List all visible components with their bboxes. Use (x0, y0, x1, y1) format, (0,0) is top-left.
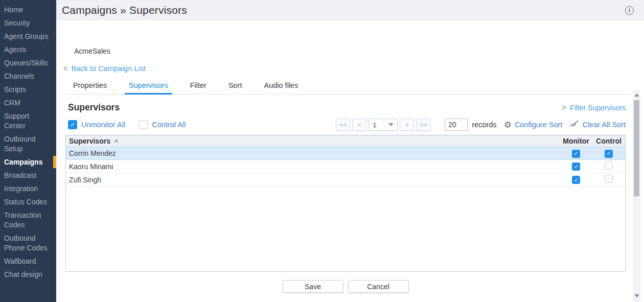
table-empty-area (66, 187, 625, 271)
sidebar-item-security[interactable]: Security (0, 16, 56, 30)
clear-all-sort-button[interactable]: Clear All Sort (563, 120, 626, 130)
scrollbar-thumb[interactable] (634, 100, 639, 196)
unmonitor-all-checkbox[interactable] (68, 120, 77, 129)
pagination-prev-button[interactable]: < (352, 119, 366, 131)
app-window: Home Security Agent Groups Agents Queues… (0, 0, 644, 302)
records-label: records (472, 121, 496, 129)
configure-sort-button[interactable]: ⚙ Configure Sort (504, 121, 563, 129)
pagination-next-button[interactable]: > (400, 119, 414, 131)
supervisor-name: Corrin Mendez (66, 149, 560, 157)
monitor-checkbox[interactable] (572, 150, 580, 158)
chevron-down-icon (388, 123, 394, 126)
form-actions: Save Cancel (65, 280, 626, 293)
column-header-supervisors-label: Supervisors (69, 137, 110, 145)
control-checkbox[interactable] (605, 175, 613, 183)
page-title: Campaigns » Supervisors (62, 4, 187, 16)
table-header-row: Supervisors ^ Monitor Control (66, 135, 625, 147)
sidebar-item-chat-design[interactable]: Chat design (0, 268, 56, 281)
column-header-control: Control (592, 137, 625, 145)
unmonitor-all-label[interactable]: Unmonitor All (81, 121, 125, 129)
back-link-label[interactable]: Back to Campaign List (72, 64, 146, 73)
chevron-left-icon: < (63, 63, 68, 74)
sidebar-item-scripts[interactable]: Scripts (0, 83, 56, 96)
supervisor-name: Kaoru Minami (66, 162, 560, 171)
table-row[interactable]: Kaoru Minami (66, 160, 625, 173)
page-select-value: 1 (373, 121, 388, 129)
pagination-last-button[interactable]: >> (416, 119, 430, 131)
tab-supervisors[interactable]: Supervisors (125, 79, 172, 95)
filter-supervisors[interactable]: > Filter Supervisors (562, 104, 626, 112)
page-header: Campaigns » Supervisors i (56, 0, 644, 20)
tab-properties[interactable]: Properties (69, 79, 111, 95)
supervisor-name: Zufi Singh (66, 176, 560, 184)
sidebar-item-outbound-phone-codes[interactable]: Outbound Phone Codes (0, 231, 56, 254)
tab-strip: Properties Supervisors Filter Sort Audio… (65, 79, 632, 95)
page-select[interactable]: 1 (369, 119, 398, 131)
pagination-first-button[interactable]: << (336, 119, 350, 131)
gear-icon: ⚙ (504, 121, 512, 129)
campaign-name: AcmeSales (74, 47, 644, 55)
info-icon[interactable]: i (625, 6, 634, 15)
tab-audio-files[interactable]: Audio files (260, 79, 302, 95)
broom-icon (569, 120, 579, 130)
monitor-checkbox[interactable] (572, 162, 580, 171)
section-title: Supervisors (68, 102, 120, 113)
records-count-input[interactable] (445, 119, 468, 131)
sidebar-item-support-center[interactable]: Support Center (0, 109, 56, 132)
control-all-label[interactable]: Control All (152, 121, 186, 129)
table-row[interactable]: Zufi Singh (66, 173, 625, 187)
sidebar-item-status-codes[interactable]: Status Codes (0, 195, 56, 208)
column-header-monitor: Monitor (560, 137, 592, 145)
sidebar-item-outbound-setup[interactable]: Outbound Setup (0, 132, 56, 155)
sidebar-item-transaction-codes[interactable]: Transaction Codes (0, 208, 56, 231)
back-to-campaign-list[interactable]: < Back to Campaign List (63, 64, 644, 73)
sidebar: Home Security Agent Groups Agents Queues… (0, 0, 56, 302)
scroll-down-icon[interactable] (634, 294, 639, 297)
filter-supervisors-label[interactable]: Filter Supervisors (570, 104, 626, 112)
scroll-up-icon[interactable] (634, 94, 639, 97)
pagination-and-sort-tools: << < 1 > >> records ⚙ Configure Sort (336, 119, 626, 131)
table-row[interactable]: Corrin Mendez (66, 147, 625, 160)
sidebar-item-integration[interactable]: Integration (0, 182, 56, 195)
sidebar-item-agents[interactable]: Agents (0, 43, 56, 56)
column-header-supervisors[interactable]: Supervisors ^ (66, 136, 560, 147)
sidebar-item-home[interactable]: Home (0, 3, 56, 16)
sidebar-item-crm[interactable]: CRM (0, 96, 56, 109)
chevron-right-icon: > (562, 103, 566, 112)
table-toolbar: Unmonitor All Control All << < 1 > >> re… (68, 119, 626, 131)
save-button[interactable]: Save (283, 280, 343, 293)
sidebar-item-broadcast[interactable]: Broadcast (0, 169, 56, 182)
sidebar-item-wallboard[interactable]: Wallboard (0, 254, 56, 268)
supervisors-table: Supervisors ^ Monitor Control Corrin Men… (65, 135, 626, 272)
clear-all-sort-label[interactable]: Clear All Sort (582, 121, 626, 129)
vertical-scrollbar[interactable] (633, 90, 640, 302)
sidebar-item-channels[interactable]: Channels (0, 69, 56, 83)
cancel-button[interactable]: Cancel (348, 280, 409, 293)
tab-sort[interactable]: Sort (224, 79, 246, 95)
control-checkbox[interactable] (605, 150, 613, 158)
bulk-check-group: Unmonitor All Control All (68, 120, 199, 129)
configure-sort-label[interactable]: Configure Sort (515, 121, 563, 129)
control-all-checkbox[interactable] (139, 120, 148, 129)
sidebar-item-queues-skills[interactable]: Queues/Skills (0, 56, 56, 69)
sidebar-item-campaigns[interactable]: Campaigns (0, 155, 56, 169)
sort-ascending-icon: ^ (114, 138, 118, 146)
sidebar-item-agent-groups[interactable]: Agent Groups (0, 30, 56, 43)
section-header: Supervisors > Filter Supervisors (68, 102, 626, 113)
monitor-checkbox[interactable] (572, 176, 580, 184)
control-checkbox[interactable] (605, 161, 613, 170)
tab-filter[interactable]: Filter (186, 79, 211, 95)
main-panel: Campaigns » Supervisors i AcmeSales < Ba… (56, 0, 644, 302)
